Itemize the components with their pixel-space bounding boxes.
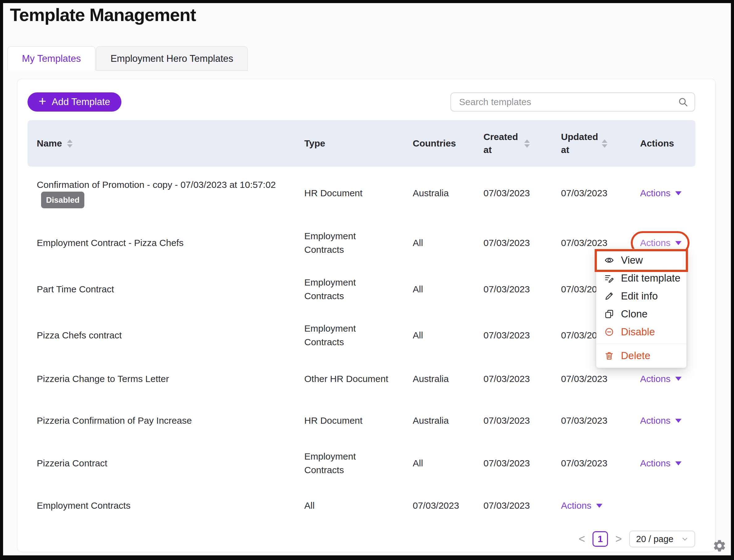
cell-type: HR Document [304, 414, 413, 427]
column-label: Name [37, 138, 62, 149]
menu-item-label: Disable [621, 326, 655, 338]
table-row: Pizza Chefs contract Employment Contract… [28, 312, 695, 358]
cell-updated-at: 07/03/2023 [561, 236, 640, 250]
cell-countries: Australia [413, 414, 483, 427]
menu-item-edit-info[interactable]: Edit info [596, 287, 686, 305]
column-label: Countries [413, 138, 456, 149]
pencil-icon [604, 291, 614, 301]
cell-created-at: 07/03/2023 [483, 236, 561, 250]
table-row: Employment Contracts All 07/03/2023 07/0… [28, 485, 695, 527]
column-label: Actions [640, 138, 674, 149]
cell-actions: Actions [640, 414, 695, 427]
cell-actions: Actions [640, 456, 695, 470]
menu-item-disable[interactable]: Disable [596, 323, 686, 341]
cell-type: Employment Contracts [304, 450, 413, 477]
column-header-type: Type [304, 138, 413, 149]
cell-updated-at: 07/03/2023 [561, 186, 640, 200]
cell-name: Employment Contracts [28, 499, 304, 512]
sort-icon[interactable] [524, 139, 530, 148]
actions-label: Actions [561, 499, 591, 512]
cell-updated-at: Actions [561, 499, 640, 512]
column-header-updated-at[interactable]: Updated at [561, 130, 640, 156]
table-row: Pizzeria Change to Terms Letter Other HR… [28, 358, 695, 399]
menu-item-delete[interactable]: Delete [596, 347, 686, 365]
actions-label: Actions [640, 414, 670, 427]
menu-item-view[interactable]: View [596, 251, 686, 269]
menu-item-clone[interactable]: Clone [596, 305, 686, 323]
column-header-actions: Actions [640, 138, 695, 149]
template-management-page: Template Management My Templates Employm… [0, 0, 734, 560]
cell-created-at: 07/03/2023 [483, 329, 561, 342]
actions-dropdown-button[interactable]: Actions [640, 186, 681, 200]
page-number-button[interactable]: 1 [592, 531, 608, 547]
add-template-button[interactable]: + Add Template [28, 92, 121, 112]
actions-label: Actions [640, 372, 670, 386]
cell-type: Other HR Document [304, 372, 413, 386]
caret-down-icon [675, 419, 681, 423]
trash-icon [604, 351, 614, 361]
menu-item-label: Edit info [621, 290, 658, 302]
cell-countries: All [413, 282, 483, 296]
page-size-value: 20 / page [636, 534, 673, 544]
sort-icon[interactable] [602, 139, 607, 148]
table-row: Part Time Contract Employment Contracts … [28, 266, 695, 312]
cell-updated-at: 07/03/2023 [561, 414, 640, 427]
next-page-button[interactable]: > [614, 533, 623, 545]
column-header-name[interactable]: Name [28, 138, 304, 149]
tab-my-templates[interactable]: My Templates [7, 46, 96, 71]
menu-item-label: Clone [621, 308, 647, 320]
actions-label: Actions [640, 186, 670, 200]
actions-dropdown-button[interactable]: Actions [561, 499, 602, 512]
column-label: Type [304, 138, 325, 149]
cell-created-at: 07/03/2023 [483, 414, 561, 427]
status-badge: Disabled [41, 192, 84, 208]
circle-minus-icon [604, 327, 614, 337]
page-title: Template Management [10, 4, 196, 25]
cell-updated-at: 07/03/2023 [561, 456, 640, 470]
cell-countries: All [413, 329, 483, 342]
cell-created-at: 07/03/2023 [483, 499, 561, 512]
cell-countries: All [413, 236, 483, 250]
actions-dropdown-button[interactable]: Actions [640, 456, 681, 470]
template-name: Confirmation of Promotion - copy - 07/03… [37, 180, 276, 190]
search-container [450, 92, 695, 112]
tab-my-templates-label: My Templates [22, 53, 81, 64]
sort-icon[interactable] [67, 139, 73, 148]
settings-gear-icon[interactable] [712, 539, 727, 554]
cell-actions: Actions [640, 186, 695, 200]
cell-type: HR Document [304, 186, 413, 200]
cell-type: All [304, 499, 413, 512]
actions-dropdown-button[interactable]: Actions [640, 414, 681, 427]
cell-name: Employment Contract - Pizza Chefs [28, 236, 304, 250]
cell-name: Confirmation of Promotion - copy - 07/03… [28, 178, 304, 208]
cell-name: Pizzeria Change to Terms Letter [28, 372, 304, 386]
cell-name: Pizzeria Contract [28, 456, 304, 470]
tab-employment-hero-templates[interactable]: Employment Hero Templates [96, 46, 248, 71]
cell-actions: Actions [640, 236, 695, 250]
menu-item-edit-template[interactable]: Edit template [596, 269, 686, 287]
cell-countries: All [413, 456, 483, 470]
cell-created-at: 07/03/2023 [483, 282, 561, 296]
column-header-created-at[interactable]: Created at [483, 130, 561, 156]
page-size-select[interactable]: 20 / page [629, 531, 695, 547]
previous-page-button[interactable]: < [577, 533, 586, 545]
cell-created-at: 07/03/2023 [483, 372, 561, 386]
tab-employment-hero-templates-label: Employment Hero Templates [111, 53, 233, 64]
caret-down-icon [675, 191, 681, 195]
add-template-label: Add Template [52, 96, 110, 108]
table-row: Pizzeria Contract Employment Contracts A… [28, 442, 695, 485]
menu-item-label: Edit template [621, 272, 681, 284]
edit-template-icon [604, 273, 614, 283]
cell-updated-at: 07/03/2023 [561, 372, 640, 386]
column-label: Updated at [561, 130, 597, 156]
actions-dropdown-button[interactable]: Actions [640, 372, 681, 386]
search-input[interactable] [450, 92, 695, 112]
table-header: Name Type Countries Created at Updated a… [28, 120, 695, 167]
search-icon[interactable] [678, 97, 688, 108]
pagination: < 1 > 20 / page [577, 531, 695, 547]
column-header-countries: Countries [413, 138, 483, 149]
cell-type: Employment Contracts [304, 276, 413, 303]
eye-icon [604, 255, 614, 265]
table-row: Pizzeria Confirmation of Pay Increase HR… [28, 399, 695, 442]
actions-dropdown-button-open[interactable]: Actions [640, 236, 681, 250]
